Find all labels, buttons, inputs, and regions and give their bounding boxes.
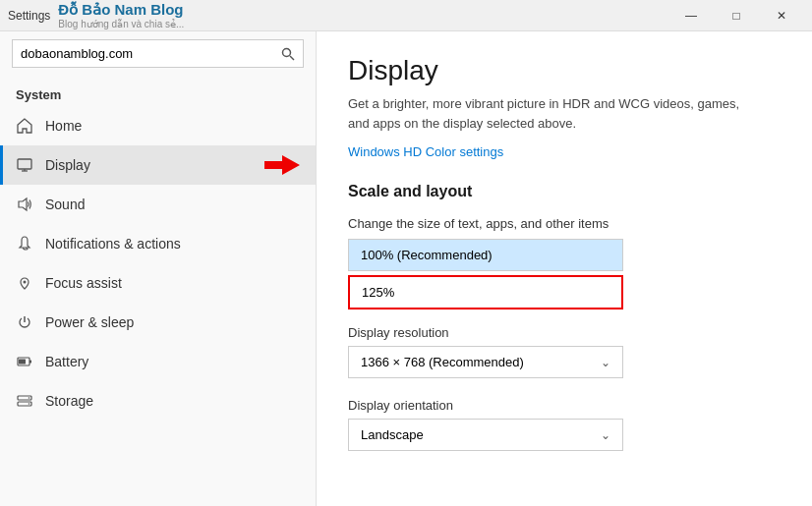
page-title: Display (348, 55, 781, 86)
sidebar-item-focus[interactable]: Focus assist (0, 263, 316, 303)
chevron-down-icon: ⌄ (601, 428, 610, 442)
main-layout: System Home Display (0, 31, 812, 506)
scale-field-label: Change the size of text, apps, and other… (348, 216, 781, 231)
sidebar-item-label: Focus assist (45, 275, 122, 291)
search-icon (281, 47, 295, 61)
blog-subtitle: Blog hướng dẫn và chia sẻ... (58, 19, 184, 29)
page-description: Get a brighter, more vibrant picture in … (348, 94, 741, 133)
battery-icon (16, 353, 33, 370)
blog-title: Đỗ Bảo Nam Blog (58, 1, 184, 19)
window-controls: — □ ✕ (668, 0, 804, 31)
svg-point-0 (283, 48, 291, 56)
orientation-label: Display orientation (348, 398, 623, 413)
svg-marker-6 (19, 198, 27, 210)
svg-point-14 (29, 403, 30, 405)
svg-rect-2 (18, 159, 31, 169)
svg-point-7 (24, 281, 27, 284)
content-area: Display Get a brighter, more vibrant pic… (317, 31, 812, 506)
svg-rect-9 (29, 361, 31, 364)
sidebar-item-label: Sound (45, 197, 85, 212)
sidebar-item-label: Home (45, 118, 82, 134)
sidebar-item-battery[interactable]: Battery (0, 342, 316, 381)
sidebar: System Home Display (0, 31, 317, 506)
settings-title: Settings (8, 9, 50, 23)
minimize-button[interactable]: — (668, 0, 714, 31)
svg-marker-5 (264, 155, 300, 175)
focus-icon (16, 274, 33, 292)
resolution-label: Display resolution (348, 325, 623, 340)
orientation-dropdown[interactable]: Landscape ⌄ (348, 419, 623, 451)
sidebar-item-label: Display (45, 157, 90, 173)
power-icon (16, 313, 33, 331)
sidebar-item-home[interactable]: Home (0, 106, 316, 145)
svg-rect-10 (19, 360, 26, 365)
system-label: System (0, 80, 316, 106)
svg-line-1 (290, 56, 294, 60)
sidebar-item-power[interactable]: Power & sleep (0, 303, 316, 342)
scale-option-125[interactable]: 125% (348, 275, 623, 309)
sidebar-item-label: Power & sleep (45, 314, 134, 330)
search-input[interactable] (13, 40, 273, 67)
orientation-wrap: Display orientation Landscape ⌄ (348, 398, 623, 451)
blog-branding: Đỗ Bảo Nam Blog Blog hướng dẫn và chia s… (58, 1, 184, 29)
notifications-icon (16, 235, 33, 253)
search-button[interactable] (273, 41, 303, 67)
maximize-button[interactable]: □ (714, 0, 759, 31)
titlebar-left: Settings Đỗ Bảo Nam Blog Blog hướng dẫn … (8, 1, 184, 29)
scale-option-recommended[interactable]: 100% (Recommended) (348, 239, 623, 271)
sound-icon (16, 196, 33, 213)
sidebar-item-storage[interactable]: Storage (0, 381, 316, 421)
display-icon (16, 156, 33, 174)
hdr-link[interactable]: Windows HD Color settings (348, 144, 781, 159)
sidebar-item-sound[interactable]: Sound (0, 185, 316, 224)
resolution-dropdown[interactable]: 1366 × 768 (Recommended) ⌄ (348, 346, 623, 378)
scale-section-title: Scale and layout (348, 183, 781, 200)
svg-point-13 (29, 397, 30, 399)
sidebar-item-display[interactable]: Display (0, 145, 316, 185)
resolution-wrap: Display resolution 1366 × 768 (Recommend… (348, 325, 623, 378)
red-arrow (264, 153, 300, 177)
sidebar-item-label: Notifications & actions (45, 236, 181, 252)
home-icon (16, 117, 33, 135)
close-button[interactable]: ✕ (759, 0, 804, 31)
orientation-value: Landscape (361, 427, 424, 442)
search-box[interactable] (12, 39, 304, 68)
sidebar-item-notifications[interactable]: Notifications & actions (0, 224, 316, 263)
titlebar: Settings Đỗ Bảo Nam Blog Blog hướng dẫn … (0, 0, 812, 31)
storage-icon (16, 392, 33, 410)
sidebar-item-label: Battery (45, 354, 88, 369)
chevron-down-icon: ⌄ (601, 356, 610, 369)
sidebar-item-label: Storage (45, 393, 93, 409)
resolution-value: 1366 × 768 (Recommended) (361, 355, 524, 369)
